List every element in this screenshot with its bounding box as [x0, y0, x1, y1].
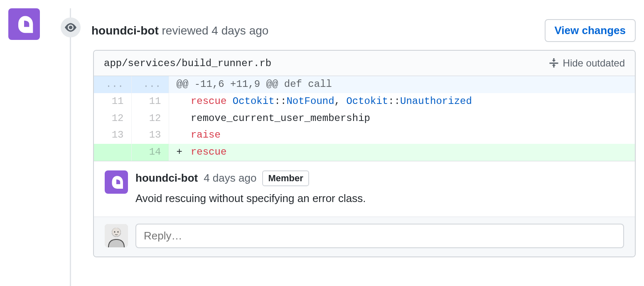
new-line-number[interactable]: 14	[131, 144, 169, 161]
fold-icon	[549, 58, 559, 68]
review-container: app/services/build_runner.rb Hide outdat…	[93, 50, 636, 257]
comment-header: houndci-bot 4 days ago Member	[135, 170, 624, 186]
new-line-number[interactable]: 13	[131, 127, 169, 144]
bot-avatar-small[interactable]	[105, 170, 128, 194]
comment-area: houndci-bot 4 days ago Member Avoid resc…	[94, 161, 635, 256]
review-time[interactable]: 4 days ago	[211, 24, 268, 37]
diff-line: 1313 raise	[94, 127, 635, 144]
reply-row	[94, 217, 635, 256]
review-action: reviewed	[159, 24, 212, 37]
member-badge: Member	[262, 170, 309, 186]
hide-outdated-button[interactable]: Hide outdated	[549, 57, 625, 69]
comment-text: Avoid rescuing without specifying an err…	[135, 192, 624, 205]
new-line-number[interactable]: 12	[131, 110, 169, 127]
file-path[interactable]: app/services/build_runner.rb	[104, 58, 271, 69]
review-header-text: houndci-bot reviewed 4 days ago	[91, 24, 268, 37]
code-content: + rescue	[169, 144, 635, 161]
hide-outdated-label: Hide outdated	[563, 57, 625, 69]
code-content: remove_current_user_membership	[169, 110, 635, 127]
old-line-number[interactable]: 13	[94, 127, 131, 144]
review-header: houndci-bot reviewed 4 days ago View cha…	[91, 19, 636, 42]
eye-icon	[65, 22, 76, 33]
old-line-number[interactable]: 11	[94, 93, 131, 110]
hound-icon	[108, 173, 125, 191]
review-status-badge	[61, 17, 81, 37]
current-user-avatar[interactable]	[105, 224, 128, 247]
bot-avatar-large[interactable]	[8, 8, 40, 40]
diff-hunk-header: ......@@ -11,6 +11,9 @@ def call	[94, 76, 635, 93]
expand-hunk[interactable]: ...	[94, 76, 131, 93]
comment-author[interactable]: houndci-bot	[135, 172, 198, 185]
old-line-number[interactable]: 12	[94, 110, 131, 127]
hunk-text: @@ -11,6 +11,9 @@ def call	[169, 76, 635, 93]
code-content: rescue Octokit::NotFound, Octokit::Unaut…	[169, 93, 635, 110]
svg-point-5	[118, 232, 119, 233]
timeline-line	[70, 8, 71, 286]
comment-time[interactable]: 4 days ago	[204, 172, 256, 185]
comment-row: houndci-bot 4 days ago Member Avoid resc…	[94, 161, 635, 217]
code-content: raise	[169, 127, 635, 144]
old-line-number[interactable]	[94, 144, 131, 161]
diff-table: ......@@ -11,6 +11,9 @@ def call1111 res…	[94, 76, 635, 161]
reply-input[interactable]	[135, 224, 624, 248]
review-author[interactable]: houndci-bot	[91, 24, 159, 37]
diff-line: 1212 remove_current_user_membership	[94, 110, 635, 127]
comment-body: houndci-bot 4 days ago Member Avoid resc…	[135, 170, 624, 205]
new-line-number[interactable]: 11	[131, 93, 169, 110]
diff-line: 1111 rescue Octokit::NotFound, Octokit::…	[94, 93, 635, 110]
user-avatar-icon	[105, 224, 128, 247]
view-changes-button[interactable]: View changes	[545, 19, 636, 42]
diff-line: 14+ rescue	[94, 144, 635, 161]
svg-point-4	[114, 232, 116, 233]
expand-hunk[interactable]: ...	[131, 76, 169, 93]
hound-icon	[12, 12, 36, 36]
file-header: app/services/build_runner.rb Hide outdat…	[94, 51, 635, 76]
